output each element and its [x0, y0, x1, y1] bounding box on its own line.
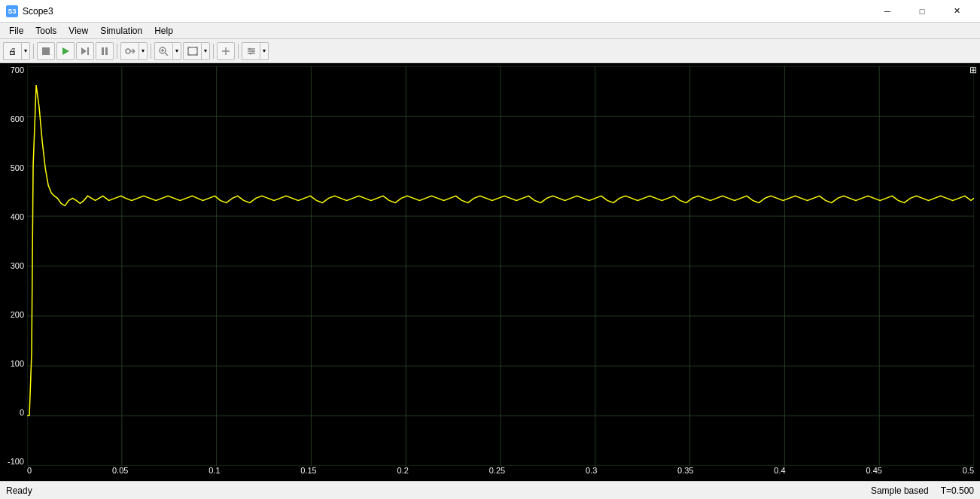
x-label-015: 0.15 — [300, 466, 316, 479]
fit-tool: ▾ — [183, 42, 210, 60]
cursor-button[interactable] — [217, 42, 235, 60]
plot-svg — [27, 66, 974, 466]
params-arrow[interactable]: ▾ — [260, 42, 269, 60]
signals-tool: ▾ — [120, 42, 148, 60]
sep1 — [33, 44, 34, 59]
play-button[interactable] — [56, 42, 75, 60]
y-label-700: 700 — [0, 66, 27, 75]
x-label-05: 0.5 — [963, 466, 974, 479]
zoom-button[interactable] — [154, 42, 172, 60]
minimize-button[interactable]: ─ — [870, 0, 905, 23]
print-arrow[interactable]: ▾ — [21, 42, 30, 60]
y-label-500: 500 — [0, 164, 27, 172]
app-icon: S3 — [6, 5, 18, 17]
plot-maximize-icon[interactable]: ⊞ — [968, 65, 978, 75]
svg-point-6 — [126, 49, 130, 53]
x-label-025: 0.25 — [489, 466, 505, 479]
y-label-300: 300 — [0, 262, 27, 270]
x-label-01: 0.1 — [208, 466, 220, 479]
status-ready: Ready — [6, 485, 32, 496]
menu-help[interactable]: Help — [148, 24, 179, 38]
y-label-200: 200 — [0, 311, 27, 319]
close-button[interactable]: ✕ — [939, 0, 974, 23]
step-button[interactable] — [76, 42, 94, 60]
title-bar: S3 Scope3 ─ □ ✕ — [0, 0, 980, 23]
sep5 — [238, 44, 239, 59]
menu-tools[interactable]: Tools — [29, 24, 62, 38]
print-tool: 🖨 ▾ — [3, 42, 30, 60]
menu-view[interactable]: View — [62, 24, 94, 38]
x-label-04: 0.4 — [774, 466, 785, 479]
menu-file[interactable]: File — [3, 24, 29, 38]
y-label-600: 600 — [0, 115, 27, 123]
svg-marker-2 — [81, 47, 87, 55]
sep2 — [117, 44, 117, 59]
y-label-100: 100 — [0, 360, 27, 368]
y-label-minus100: -100 — [0, 458, 27, 466]
status-mode: Sample based — [871, 485, 929, 496]
status-bar: Ready Sample based T=0.500 — [0, 481, 980, 499]
y-axis: 700 600 500 400 300 200 100 0 -100 — [0, 66, 27, 466]
print-button[interactable]: 🖨 — [3, 42, 21, 60]
fit-button[interactable] — [183, 42, 201, 60]
svg-line-11 — [165, 53, 168, 56]
window-title: Scope3 — [23, 6, 870, 17]
zoom-arrow[interactable]: ▾ — [172, 42, 181, 60]
svg-rect-3 — [87, 47, 89, 55]
status-time: T=0.500 — [941, 485, 974, 496]
x-label-045: 0.45 — [866, 466, 881, 479]
svg-point-30 — [249, 52, 251, 54]
menu-simulation[interactable]: Simulation — [94, 24, 148, 38]
scope-plot-area: ⊞ 700 600 500 400 300 200 100 0 -100 — [0, 63, 980, 481]
menu-bar: File Tools View Simulation Help — [0, 23, 980, 39]
svg-point-29 — [251, 50, 254, 52]
zoom-tool: ▾ — [154, 42, 181, 60]
fit-arrow[interactable]: ▾ — [201, 42, 210, 60]
svg-rect-0 — [42, 47, 50, 55]
window-controls: ─ □ ✕ — [870, 0, 974, 23]
svg-rect-4 — [102, 47, 104, 55]
x-label-035: 0.35 — [677, 466, 693, 479]
stop-button[interactable] — [37, 42, 55, 60]
x-label-0: 0 — [27, 466, 32, 479]
x-label-03: 0.3 — [586, 466, 597, 479]
signals-button[interactable] — [120, 42, 138, 60]
signals-arrow[interactable]: ▾ — [138, 42, 148, 60]
x-label-02: 0.2 — [397, 466, 409, 479]
pause-button[interactable] — [96, 42, 114, 60]
x-label-005: 0.05 — [112, 466, 128, 479]
status-right: Sample based T=0.500 — [871, 485, 974, 496]
y-label-400: 400 — [0, 213, 27, 221]
params-tool: ▾ — [242, 42, 269, 60]
params-button[interactable] — [242, 42, 260, 60]
y-label-0: 0 — [0, 409, 27, 417]
sep3 — [151, 44, 151, 59]
toolbar: 🖨 ▾ ▾ — [0, 39, 980, 63]
svg-marker-1 — [62, 47, 69, 55]
x-axis: 0 0.05 0.1 0.15 0.2 0.25 0.3 0.35 0.4 0.… — [27, 466, 974, 479]
maximize-button[interactable]: □ — [905, 0, 939, 23]
svg-rect-14 — [188, 47, 197, 55]
svg-point-28 — [248, 47, 251, 50]
scope-main: ⊞ 700 600 500 400 300 200 100 0 -100 — [0, 63, 980, 481]
sep4 — [213, 44, 214, 59]
svg-rect-5 — [105, 47, 108, 55]
